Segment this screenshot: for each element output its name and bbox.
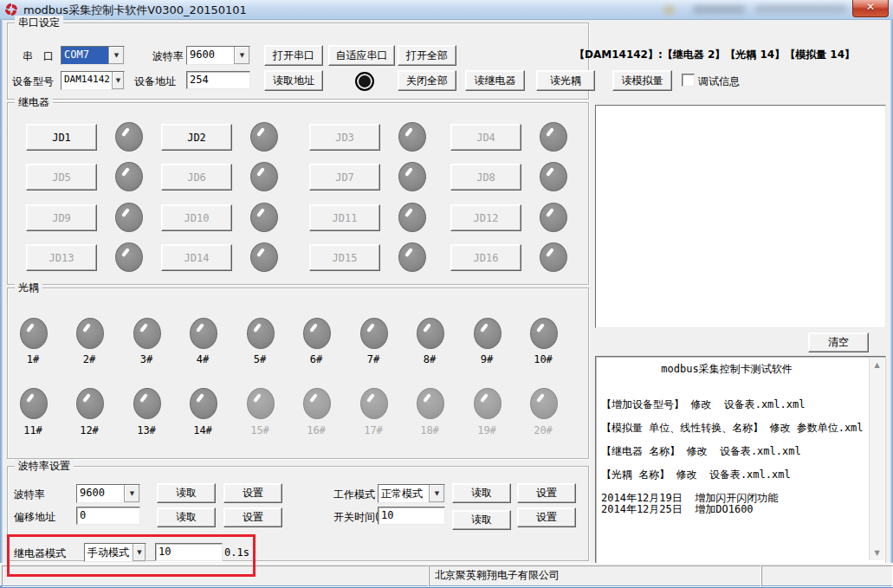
close-icon: ✕ [866, 1, 875, 13]
open-serial-button[interactable]: 打开串口 [264, 45, 323, 66]
opto-label-13: 13# [127, 424, 165, 436]
relay-indicator-knob [540, 122, 567, 152]
info-line [601, 387, 852, 399]
baud-set-button[interactable]: 设置 [223, 483, 282, 503]
window-border-left [0, 19, 3, 585]
app-logo-icon [4, 3, 18, 16]
opto-indicator-knob-7 [360, 318, 388, 349]
close-all-button[interactable]: 关闭全部 [398, 70, 456, 91]
opto-indicator-knob-6 [303, 318, 331, 349]
opto-label-12: 12# [70, 424, 108, 436]
read-analog-button[interactable]: 读模拟量 [612, 70, 672, 91]
scroll-up-icon[interactable]: ▲ [870, 358, 884, 372]
opto-label-16: 16# [297, 424, 335, 436]
relay-indicator-knob [540, 162, 567, 191]
relay-indicator-knob [250, 122, 278, 152]
relay-button-jd1[interactable]: JD1 [26, 124, 97, 151]
relay-button-jd12: JD12 [450, 204, 521, 231]
work-mode-read-button[interactable]: 读取 [452, 483, 511, 503]
work-mode-set-button[interactable]: 设置 [517, 483, 576, 503]
opto-label-7: 7# [354, 353, 392, 365]
serial-group-title: 串口设定 [15, 16, 63, 30]
blurred-watermark [693, 5, 745, 14]
relay-indicator-knob [540, 203, 567, 232]
opto-label-5: 5# [241, 353, 279, 365]
relay-mode-select[interactable]: 手动模式 ▼ [84, 543, 146, 562]
opto-indicator-knob-3 [133, 318, 161, 349]
info-line [601, 376, 852, 388]
debug-info-label: 调试信息 [698, 74, 740, 89]
opto-indicator-knob-15 [247, 388, 275, 419]
baud2-select[interactable]: 9600 ▼ [76, 484, 140, 503]
read-addr-button[interactable]: 读取地址 [264, 70, 323, 91]
opto-indicator-knob-2 [76, 318, 104, 349]
relay-mode-label: 继电器模式 [14, 546, 66, 561]
port-label: 串 口 [23, 49, 54, 64]
com-port-select[interactable]: COM7 ▼ [61, 46, 125, 65]
relay-indicator-knob [398, 242, 426, 272]
scroll-down-icon[interactable]: ▼ [870, 546, 884, 560]
title-bar: modbus采集控制卡软件V0300_20150101 ✕ [0, 0, 893, 20]
opto-indicator-knob-14 [190, 388, 217, 419]
relay-button-jd6: JD6 [161, 164, 232, 191]
opto-indicator-knob-12 [76, 388, 104, 419]
status-bar: 北京聚英翱翔电子有限公司 [0, 563, 893, 585]
auto-serial-button[interactable]: 自适应串口 [328, 45, 395, 66]
device-addr-label: 设备地址 [134, 74, 176, 89]
relay-button-jd2[interactable]: JD2 [161, 124, 232, 151]
opto-indicator-knob-1 [20, 318, 48, 349]
info-line: 【模拟量 单位、线性转换、名称】 修改 参数单位.xml [601, 423, 852, 435]
analog-table-container: 通 模拟量 数值 单位 1AI10.0000002AI20.0000003AI3… [595, 105, 886, 328]
info-line: 2014年12月19日 增加闪开闪闭功能 [601, 493, 852, 505]
work-mode-value: 正常模式 [379, 485, 429, 502]
relay-indicator-knob [398, 203, 426, 232]
info-scrollbar[interactable]: ▲ ▼ [869, 358, 884, 560]
status-cell-company: 北京聚英翱翔电子有限公司 [429, 565, 761, 587]
device-model-select[interactable]: DAM14142 ▼ [61, 71, 125, 90]
opto-label-17: 17# [354, 424, 392, 436]
read-opto-button[interactable]: 读光耦 [536, 70, 595, 91]
opto-indicator-knob-16 [303, 388, 331, 419]
offset-read-button[interactable]: 读取 [157, 507, 216, 527]
relay-button-jd16: JD16 [450, 244, 521, 271]
opto-label-10: 10# [524, 353, 562, 365]
opto-indicator-knob-4 [190, 318, 217, 349]
work-mode-select[interactable]: 正常模式 ▼ [378, 484, 445, 503]
open-all-button[interactable]: 打开全部 [398, 45, 456, 66]
close-button[interactable]: ✕ [852, 0, 889, 17]
opto-label-20: 20# [524, 424, 562, 436]
switch-time-set-button[interactable]: 设置 [517, 507, 576, 527]
opto-indicator-knob-8 [417, 318, 444, 349]
opto-label-4: 4# [184, 353, 222, 365]
baud-read-button[interactable]: 读取 [157, 483, 216, 503]
opto-label-3: 3# [127, 353, 165, 365]
relay-button-jd15: JD15 [309, 244, 380, 271]
read-relay-button[interactable]: 读继电器 [465, 70, 525, 91]
chevron-down-icon: ▼ [124, 485, 139, 502]
info-line [601, 481, 852, 493]
clear-button[interactable]: 清空 [808, 333, 869, 352]
opto-indicator-knob-5 [247, 318, 275, 349]
info-line: 2014年12月25日 增加DO1600 [601, 504, 852, 516]
offset-set-button[interactable]: 设置 [223, 507, 282, 527]
baud-settings-title: 波特率设置 [15, 459, 74, 474]
switch-time-read-button[interactable]: 读取 [452, 510, 511, 530]
opto-indicator-knob-10 [530, 318, 558, 349]
switch-time-input[interactable]: 10 [378, 507, 445, 525]
relay-time-unit: 0.1s [224, 546, 249, 559]
opto-indicator-knob-18 [417, 388, 444, 419]
opto-label-14: 14# [184, 424, 222, 436]
opto-indicator-knob-20 [530, 388, 558, 419]
relay-time-input[interactable]: 10 [155, 543, 223, 561]
opto-indicator-knob-13 [133, 388, 161, 419]
opto-label-6: 6# [297, 353, 335, 365]
offset-addr-input[interactable]: 0 [76, 507, 140, 525]
info-text: modbus采集控制卡测试软件【增加设备型号】 修改 设备表.xml.xml【模… [601, 364, 852, 516]
opto-indicator-knob-11 [20, 388, 48, 419]
device-addr-input[interactable]: 254 [186, 71, 250, 89]
debug-info-checkbox[interactable] [682, 74, 695, 87]
opto-label-15: 15# [241, 424, 279, 436]
status-indicator-icon [355, 72, 374, 91]
info-line: 【增加设备型号】 修改 设备表.xml.xml [601, 399, 852, 411]
baud-rate-select[interactable]: 9600 ▼ [186, 46, 250, 65]
